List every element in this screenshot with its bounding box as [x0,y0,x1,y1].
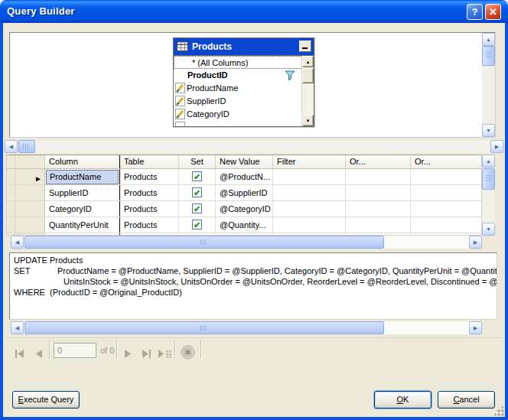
sql-line: UnitsInStock = @UnitsInStock, UnitsOnOrd… [10,276,497,287]
header-column[interactable]: Column [45,155,120,168]
cell-column[interactable]: ProductName [45,169,120,184]
cell-or2[interactable] [411,201,482,217]
grid-vscrollbar[interactable]: ▲ ▼ [482,155,495,236]
scroll-up-button[interactable]: ▲ [482,155,495,168]
checkbox-checked[interactable]: ✔ [192,171,202,181]
list-item-supplierid[interactable]: SupplierID [174,95,314,108]
right-arrow-icon: ▶ [474,239,477,245]
cell-new-value[interactable]: @ProductN... [216,169,273,184]
cancel-query-button[interactable] [179,344,196,360]
header-or2[interactable]: Or... [411,155,482,168]
toolbar-separator [200,340,201,359]
cell-table[interactable]: Products [120,185,179,200]
scroll-left-button[interactable]: ◀ [5,140,18,153]
diagram-hscrollbar[interactable]: ◀ ▶ [5,140,503,153]
ok-button[interactable]: OK [374,391,431,409]
title-bar[interactable]: Query Builder ? ✕ [0,0,508,23]
move-next-button[interactable] [119,344,136,360]
scroll-thumb[interactable] [24,321,384,334]
cell-column[interactable]: QuantityPerUnit [45,217,120,233]
scroll-up-button[interactable]: ▲ [482,33,495,46]
header-or1[interactable]: Or... [346,155,411,168]
move-last-button[interactable] [138,344,155,360]
list-item-all-columns[interactable]: * (All Columns) [174,56,314,69]
cell-set[interactable]: ✔ [179,201,216,217]
grid-hscrollbar[interactable]: ◀ ▶ [11,236,482,249]
row-selector[interactable] [7,185,45,200]
diagram-vscrollbar[interactable]: ▲ ▼ [482,33,495,137]
header-new-value[interactable]: New Value [216,155,273,168]
cell-or2[interactable] [411,169,482,184]
pencil-icon [175,83,185,93]
list-item-categoryid[interactable]: CategoryID [174,108,314,121]
scroll-thumb[interactable] [302,68,314,83]
scroll-thumb[interactable] [482,46,495,66]
header-filter[interactable]: Filter [273,155,346,168]
scroll-left-button[interactable]: ◀ [11,236,24,249]
cell-set[interactable]: ✔ [179,185,216,200]
scroll-right-button[interactable]: ▶ [490,140,503,153]
cell-table[interactable]: Products [120,217,179,233]
cell-filter[interactable] [273,185,346,200]
pencil-icon [175,96,185,106]
close-button[interactable]: ✕ [485,4,501,20]
row-selector[interactable] [7,217,45,233]
cell-new-value[interactable]: @Quantity... [216,217,273,233]
scroll-down-button[interactable]: ▼ [482,223,495,236]
cell-filter[interactable] [273,201,346,217]
scroll-right-button[interactable]: ▶ [469,236,482,249]
list-item-productid[interactable]: ProductID [174,69,314,82]
products-table-window[interactable]: Products * (All Columns) ProductID Produ… [173,37,314,127]
scroll-left-button[interactable]: ◀ [11,321,24,334]
cell-or1[interactable] [346,169,411,184]
cell-table[interactable]: Products [120,201,179,217]
cell-column[interactable]: SupplierID [45,185,120,200]
query-builder-dialog: Query Builder ? ✕ Products [0,0,508,420]
sql-line: UPDATE Products [10,255,497,265]
list-item-productname[interactable]: ProductName [174,82,314,95]
cancel-button[interactable]: Cancel [438,391,495,409]
cell-table[interactable]: Products [120,169,179,184]
scroll-thumb[interactable] [482,168,495,190]
header-set[interactable]: Set [179,155,216,168]
sql-text: ProductName = @ProductName, SupplierID =… [50,265,497,276]
scroll-thumb[interactable] [24,236,384,249]
record-position-input[interactable]: 0 [54,343,96,358]
header-table[interactable]: Table [120,155,179,168]
cell-or1[interactable] [346,201,411,217]
cell-or2[interactable] [411,185,482,200]
cell-set[interactable]: ✔ [179,217,216,233]
scroll-down-button[interactable]: ▼ [482,124,495,137]
cell-column[interactable]: CategoryID [45,201,120,217]
resize-grip[interactable] [494,406,504,416]
scroll-up-button[interactable]: ▲ [302,56,314,67]
cell-filter[interactable] [273,217,346,233]
row-selector[interactable] [7,201,45,217]
up-arrow-icon: ▲ [486,37,491,42]
cell-or2[interactable] [411,217,482,233]
checkbox-checked[interactable]: ✔ [192,220,202,230]
scroll-down-button[interactable]: ▼ [302,115,314,126]
help-button[interactable]: ? [467,4,483,20]
add-new-record-button[interactable] [156,344,176,360]
cell-filter[interactable] [273,169,346,184]
sql-pane[interactable]: UPDATE Products SET ProductName = @Produ… [9,252,497,320]
scroll-thumb[interactable] [18,140,35,153]
checkbox-checked[interactable]: ✔ [192,203,202,213]
cell-set[interactable]: ✔ [179,169,216,184]
minimize-button[interactable] [299,41,311,52]
move-previous-button[interactable] [31,344,47,360]
cell-new-value[interactable]: @SupplierID [216,185,273,200]
diagram-pane[interactable]: Products * (All Columns) ProductID Produ… [9,32,496,138]
scroll-right-button[interactable]: ▶ [469,321,482,334]
checkbox-checked[interactable]: ✔ [192,187,202,197]
cell-or1[interactable] [346,185,411,200]
table-scrollbar[interactable]: ▲ ▼ [301,56,314,126]
execute-query-button[interactable]: Execute Query [12,391,80,409]
products-table-caption[interactable]: Products [174,38,314,55]
move-first-button[interactable] [11,344,28,360]
cell-new-value[interactable]: @CategoryID [216,201,273,217]
cell-or1[interactable] [346,217,411,233]
sql-hscrollbar[interactable]: ◀ ▶ [11,321,482,334]
row-selector[interactable]: ► [7,169,45,184]
